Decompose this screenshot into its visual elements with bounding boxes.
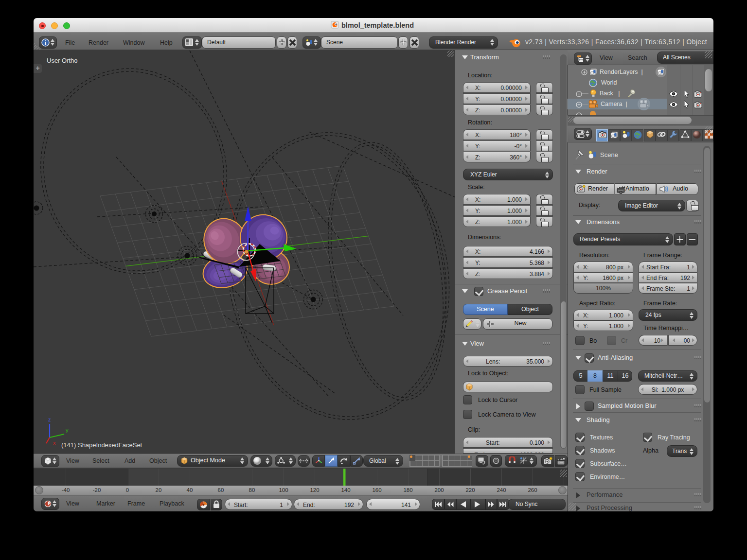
svg-text:z: z: [48, 417, 51, 422]
svg-text:(141) ShapeIndexedFaceSet: (141) ShapeIndexedFaceSet: [61, 441, 142, 449]
svg-text:y: y: [66, 427, 69, 433]
svg-text:User Ortho: User Ortho: [47, 57, 78, 64]
svg-text:x: x: [53, 440, 56, 446]
